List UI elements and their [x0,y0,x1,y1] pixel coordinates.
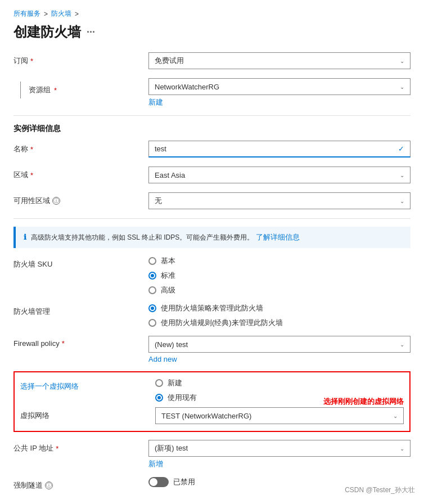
forced-tunnel-value: 已禁用 [173,477,195,487]
firewall-policy-row: Firewall policy * (New) test ⌄ Add new [13,336,411,363]
info-box-link[interactable]: 了解详细信息 [256,233,300,241]
name-label: 名称 * [13,141,148,154]
firewall-policy-control: (New) test ⌄ Add new [148,336,411,363]
subscription-row: 订阅 * 免费试用 ⌄ [13,52,411,70]
firewall-sku-option-standard[interactable]: 标准 [148,271,411,281]
chevron-down-icon: ⌄ [400,198,404,204]
select-vnet-row: 选择一个虚拟网络 新建 使用现有 [20,378,404,403]
breadcrumb-sep2: > [75,10,79,18]
divider-1 [13,115,411,116]
name-input[interactable]: test ✓ [148,141,411,158]
virtual-network-field-control: TEST (NetworkWatcherRG) ⌄ [155,407,404,424]
instance-section-title: 实例详细信息 [13,124,411,134]
firewall-management-label: 防火墙管理 [13,303,148,317]
select-vnet-control: 新建 使用现有 [155,378,404,403]
public-ip-value: (新项) test [155,443,188,453]
firewall-policy-add-link[interactable]: Add new [148,355,177,363]
radio-circle-policy [148,304,156,312]
page-title-text: 创建防火墙 [13,23,81,41]
firewall-policy-value: (New) test [155,340,188,349]
availability-zone-control: 无 ⌄ [148,192,411,209]
region-value: East Asia [155,171,185,179]
public-ip-dropdown[interactable]: (新项) test ⌄ [148,440,411,457]
select-vnet-label: 选择一个虚拟网络 [20,378,155,392]
firewall-management-option-rules[interactable]: 使用防火墙规则(经典)来管理此防火墙 [148,318,411,328]
page-title-dots[interactable]: ··· [87,26,95,38]
firewall-sku-option-advanced[interactable]: 高级 [148,285,411,295]
virtual-network-section: 选择刚刚创建的虚拟网络 选择一个虚拟网络 新建 使用现有 虚拟网络 [13,371,411,432]
availability-zone-value: 无 [155,196,162,206]
firewall-sku-radio-group: 基本 标准 高级 [148,256,411,295]
breadcrumb-parent[interactable]: 防火墙 [51,9,71,19]
virtual-network-field-row: 虚拟网络 TEST (NetworkWatcherRG) ⌄ [20,407,404,425]
firewall-management-control: 使用防火墙策略来管理此防火墙 使用防火墙规则(经典)来管理此防火墙 [148,303,411,328]
virtual-network-field-label: 虚拟网络 [20,407,155,421]
firewall-management-option-policy[interactable]: 使用防火墙策略来管理此防火墙 [148,303,411,313]
region-dropdown[interactable]: East Asia ⌄ [148,166,411,183]
region-control: East Asia ⌄ [148,166,411,183]
watermark: CSDN @Tester_孙大壮 [345,485,415,495]
info-icon[interactable]: ⓘ [52,197,60,205]
radio-circle-existing [155,394,163,402]
divider-2 [13,218,411,219]
radio-circle-new [155,379,163,387]
subscription-dropdown[interactable]: 免费试用 ⌄ [148,52,411,69]
chevron-down-icon: ⌄ [400,58,404,64]
virtual-network-value: TEST (NetworkWatcherRG) [161,412,251,420]
indent-line [20,82,21,98]
firewall-management-radio-group: 使用防火墙策略来管理此防火墙 使用防火墙规则(经典)来管理此防火墙 [148,303,411,328]
region-row: 区域 * East Asia ⌄ [13,166,411,184]
chevron-down-icon: ⌄ [400,172,404,178]
subscription-control: 免费试用 ⌄ [148,52,411,69]
forced-tunnel-label: 强制隧道 ⓘ [13,477,148,490]
availability-zone-row: 可用性区域 ⓘ 无 ⌄ [13,192,411,210]
resource-group-row: 资源组 * NetworkWatcherRG ⌄ 新建 [13,78,411,107]
region-label: 区域 * [13,166,148,180]
public-ip-label: 公共 IP 地址 * [13,440,148,453]
radio-circle-standard [148,272,156,280]
info-icon-tunnel[interactable]: ⓘ [45,482,53,489]
firewall-policy-dropdown[interactable]: (New) test ⌄ [148,336,411,353]
firewall-sku-label: 防火墙 SKU [13,256,148,269]
firewall-sku-option-basic[interactable]: 基本 [148,256,411,266]
firewall-sku-control: 基本 标准 高级 [148,256,411,295]
info-box: ℹ 高级防火墙支持其他功能，例如 SSL 终止和 IDPS。可能会产生额外费用。… [13,227,411,248]
name-row: 名称 * test ✓ [13,141,411,159]
virtual-network-dropdown[interactable]: TEST (NetworkWatcherRG) ⌄ [155,407,404,424]
radio-circle-rules [148,319,156,327]
chevron-down-icon: ⌄ [393,413,398,419]
name-control: test ✓ [148,141,411,158]
forced-tunnel-toggle[interactable] [148,477,169,487]
resource-group-new-link[interactable]: 新建 [148,97,163,107]
page-title: 创建防火墙 ··· [13,23,411,41]
subscription-label: 订阅 * [13,52,148,66]
chevron-down-icon: ⌄ [400,84,404,90]
firewall-sku-row: 防火墙 SKU 基本 标准 高级 [13,256,411,295]
radio-circle-advanced [148,286,156,294]
chevron-down-icon: ⌄ [400,446,404,452]
check-icon: ✓ [398,145,404,153]
resource-group-label: 资源组 * [13,78,148,98]
availability-zone-label: 可用性区域 ⓘ [13,192,148,206]
firewall-policy-label: Firewall policy * [13,336,148,348]
vnet-radio-group: 新建 使用现有 [155,378,404,403]
public-ip-row: 公共 IP 地址 * (新项) test ⌄ 新增 [13,440,411,469]
resource-group-dropdown[interactable]: NetworkWatcherRG ⌄ [148,78,411,95]
subscription-value: 免费试用 [155,56,184,66]
resource-group-value: NetworkWatcherRG [155,83,219,91]
chevron-down-icon: ⌄ [400,341,404,348]
info-box-text: 高级防火墙支持其他功能，例如 SSL 终止和 IDPS。可能会产生额外费用。 了… [31,232,300,242]
radio-circle-basic [148,257,156,265]
public-ip-control: (新项) test ⌄ 新增 [148,440,411,469]
breadcrumb-home[interactable]: 所有服务 [13,9,40,19]
breadcrumb-sep1: > [44,10,48,18]
resource-group-control: NetworkWatcherRG ⌄ 新建 [148,78,411,107]
vnet-option-existing[interactable]: 使用现有 [155,393,404,403]
availability-zone-dropdown[interactable]: 无 ⌄ [148,192,411,209]
vnet-option-new[interactable]: 新建 [155,378,404,388]
breadcrumb: 所有服务 > 防火墙 > [13,9,411,19]
public-ip-new-link[interactable]: 新增 [148,459,163,469]
info-icon: ℹ [24,233,26,241]
firewall-management-row: 防火墙管理 使用防火墙策略来管理此防火墙 使用防火墙规则(经典)来管理此防火墙 [13,303,411,328]
